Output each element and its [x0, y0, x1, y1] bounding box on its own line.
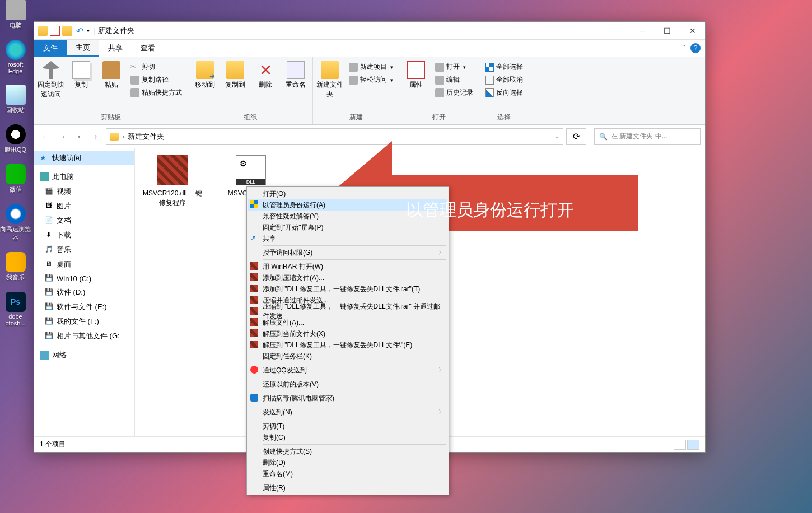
context-menu-item[interactable]: 用 WinRAR 打开(W) — [248, 261, 447, 272]
invert-selection-button[interactable]: 反向选择 — [483, 87, 525, 99]
copy-button[interactable]: 复制 — [68, 59, 95, 90]
desktop-icon-recycle[interactable]: 回收站 — [0, 85, 31, 114]
qat-newfolder-icon[interactable] — [62, 26, 72, 36]
file-item[interactable]: MSVCR120.dll 一键修复程序 — [142, 155, 203, 208]
ribbon-collapse-icon[interactable]: ˄ — [683, 44, 686, 52]
paste-shortcut-button[interactable]: 粘贴快捷方式 — [128, 87, 184, 99]
close-button[interactable]: ✕ — [680, 22, 705, 39]
desktop-icon-music[interactable]: 我音乐 — [0, 252, 31, 282]
delete-button[interactable]: ✕删除 — [252, 59, 279, 90]
select-none-button[interactable]: 全部取消 — [483, 74, 525, 86]
desktop-icon-browser[interactable]: 向高速浏览器 — [0, 204, 31, 242]
menu-item-icon — [250, 318, 259, 327]
move-to-button[interactable]: ➜移动到 — [192, 59, 218, 90]
context-menu-item[interactable]: 复制(C) — [248, 432, 447, 443]
context-menu-item[interactable]: 还原以前的版本(V) — [248, 379, 447, 390]
nav-history-dropdown[interactable]: ▾ — [72, 130, 86, 143]
minimize-button[interactable]: ─ — [629, 22, 655, 39]
desktop-icon-computer[interactable]: 电脑 — [0, 0, 31, 30]
sidebar-item-label: 文档 — [57, 216, 71, 226]
context-menu-item[interactable]: 固定到任务栏(K) — [248, 351, 447, 362]
pin-quick-access-button[interactable]: 固定到快速访问 — [38, 59, 64, 99]
context-menu-item[interactable]: 通过QQ发送到〉 — [248, 365, 447, 376]
properties-button[interactable]: 属性 — [403, 59, 430, 90]
sidebar-item[interactable]: ⬇下载 — [34, 228, 134, 242]
edit-button[interactable]: 编辑 — [433, 74, 475, 86]
context-menu-separator — [263, 259, 446, 260]
context-menu-item[interactable]: 扫描病毒(腾讯电脑管家) — [248, 393, 447, 404]
rename-button[interactable]: 重命名 — [282, 59, 309, 90]
breadcrumb-item[interactable]: 新建文件夹 — [128, 132, 164, 142]
sidebar-item[interactable]: 📄文档 — [34, 213, 134, 228]
desktop-icon-qq[interactable]: 腾讯QQ — [0, 124, 31, 154]
ribbon-label: 全部选择 — [496, 62, 523, 72]
sidebar-item[interactable]: 💾我的文件 (F:) — [34, 314, 134, 329]
breadcrumb-separator-icon: › — [122, 132, 124, 141]
context-menu-item[interactable]: 解压到 "DLL修复工具，一键修复丢失DLL文件\"(E) — [248, 339, 447, 351]
sidebar-item[interactable]: 🖼图片 — [34, 199, 134, 213]
folder-icon — [110, 133, 119, 141]
context-menu-item[interactable]: 剪切(T) — [248, 421, 447, 432]
context-menu-item[interactable]: 压缩到 "DLL修复工具，一键修复丢失DLL文件.rar" 并通过邮件发送 — [248, 306, 447, 317]
tab-share[interactable]: 共享 — [99, 40, 132, 57]
ribbon-label: 历史记录 — [446, 88, 473, 97]
maximize-button[interactable]: ☐ — [655, 22, 680, 39]
qat-dropdown-icon[interactable]: ▾ — [87, 27, 90, 34]
context-menu-item[interactable]: 属性(R) — [248, 482, 447, 493]
nav-up-button[interactable]: ↑ — [89, 130, 102, 143]
new-item-button[interactable]: 新建项目▾ — [347, 61, 395, 73]
context-menu-item[interactable]: 重命名(M) — [248, 468, 447, 479]
ribbon-label: 新建文件夹 — [316, 81, 343, 98]
sidebar-this-pc[interactable]: 此电脑 — [34, 170, 134, 184]
menu-item-icon — [250, 262, 259, 271]
cut-button[interactable]: ✂剪切 — [128, 61, 184, 73]
paste-button[interactable]: 粘贴 — [98, 59, 125, 90]
context-menu-item[interactable]: 删除(D) — [248, 457, 447, 468]
sidebar-item[interactable]: 💾相片与其他文件 (G: — [34, 329, 134, 343]
qat-properties-icon[interactable] — [50, 26, 60, 36]
qat-undo-icon[interactable]: ↶ — [74, 26, 85, 36]
history-button[interactable]: 历史记录 — [433, 87, 475, 99]
tab-home[interactable]: 主页 — [67, 40, 99, 57]
sidebar-quick-access[interactable]: ★快速访问 — [34, 151, 134, 165]
help-icon[interactable]: ? — [690, 43, 701, 53]
new-folder-button[interactable]: 新建文件夹 — [316, 59, 343, 99]
sidebar-item[interactable]: 💾软件 (D:) — [34, 285, 134, 300]
sidebar-item[interactable]: 🎵音乐 — [34, 242, 134, 257]
ribbon-label: 打开 — [446, 62, 460, 72]
copy-to-button[interactable]: 复制到 — [222, 59, 249, 90]
menu-item-icon — [250, 200, 259, 209]
view-icons-button[interactable] — [687, 440, 699, 450]
context-menu-item[interactable]: 固定到"开始"屏幕(P) — [248, 222, 447, 233]
copy-path-button[interactable]: 复制路径 — [128, 74, 184, 86]
desktop-icon-edge[interactable]: rosoft Edge — [0, 40, 31, 74]
desktop-icon-ps[interactable]: Psdobe otosh... — [0, 292, 31, 327]
context-menu-item[interactable]: 添加到压缩文件(A)... — [248, 272, 447, 283]
context-menu-item[interactable]: 解压到当前文件夹(X) — [248, 328, 447, 339]
open-button[interactable]: 打开▾ — [433, 61, 475, 73]
context-menu-label: 打开(O) — [263, 189, 286, 199]
context-menu-separator — [263, 481, 446, 481]
sidebar-network[interactable]: 网络 — [34, 348, 134, 362]
context-menu-item[interactable]: 打开(O) — [248, 188, 447, 199]
context-menu-item[interactable]: 发送到(N)〉 — [248, 407, 447, 418]
sidebar-item[interactable]: 🎬视频 — [34, 184, 134, 199]
sidebar-item[interactable]: 💾Win10 (C:) — [34, 272, 134, 285]
menu-item-icon — [250, 447, 259, 456]
menu-item-icon — [250, 296, 259, 305]
desktop-icon-wechat[interactable]: 微信 — [0, 164, 31, 194]
select-all-button[interactable]: 全部选择 — [483, 61, 525, 73]
sidebar-item[interactable]: 💾软件与文件 (E:) — [34, 300, 134, 314]
view-details-button[interactable] — [674, 440, 686, 450]
easy-access-button[interactable]: 轻松访问▾ — [347, 74, 395, 86]
context-menu-item[interactable]: 添加到 "DLL修复工具，一键修复丢失DLL文件.rar"(T) — [248, 283, 447, 295]
tab-file[interactable]: 文件 — [34, 40, 67, 57]
tab-view[interactable]: 查看 — [132, 40, 164, 57]
sidebar-item[interactable]: 🖥桌面 — [34, 257, 134, 272]
context-menu-item[interactable]: 创建快捷方式(S) — [248, 446, 447, 457]
nav-back-button[interactable]: ← — [39, 130, 52, 143]
nav-forward-button[interactable]: → — [55, 130, 69, 143]
context-menu-item[interactable]: 授予访问权限(G)〉 — [248, 247, 447, 258]
sidebar-item-icon: 🖥 — [44, 260, 53, 269]
context-menu-item[interactable]: ↗共享 — [248, 233, 447, 244]
